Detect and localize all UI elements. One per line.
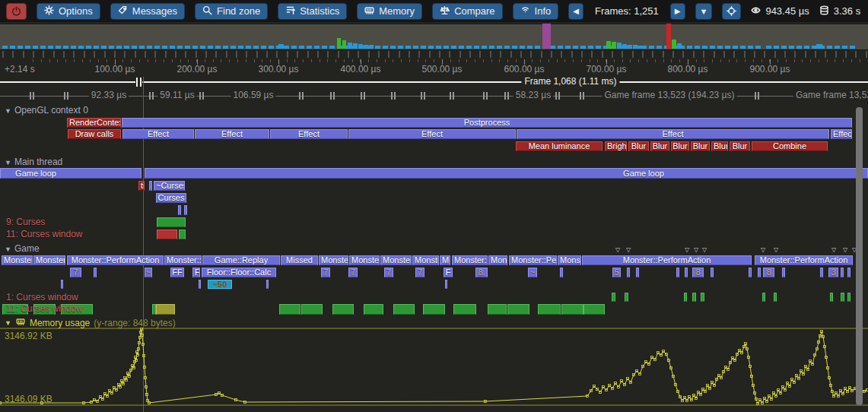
zone[interactable]: Game::Replay [202, 255, 280, 265]
zone[interactable]: Monster::PerformAction [412, 255, 439, 265]
message-mark-icon[interactable]: ▽ [694, 246, 698, 253]
zone[interactable]: Monster::PerformAction [67, 255, 164, 265]
zone[interactable]: F [192, 268, 200, 277]
zone[interactable]: Blur [730, 141, 750, 151]
zone[interactable]: RenderContext [67, 118, 121, 128]
zone[interactable]: ti [138, 181, 145, 191]
zone[interactable]: Game loop [145, 168, 868, 179]
zone[interactable]: Blur [628, 141, 649, 151]
zone-label: Floor::Floor::Calc [207, 268, 271, 277]
zone-label: Monster::PerformAction [72, 256, 160, 265]
zone[interactable]: 7 [321, 268, 330, 277]
zone[interactable] [636, 268, 639, 277]
zone[interactable]: FF [170, 268, 184, 277]
zone[interactable]: 8. [475, 268, 488, 277]
zone[interactable]: ~50 [208, 280, 232, 289]
zone[interactable]: 8 [692, 268, 704, 277]
zone[interactable]: Missed [281, 255, 318, 265]
zone[interactable]: 7 [70, 268, 81, 277]
zone[interactable]: Blur [650, 141, 669, 151]
zone[interactable] [199, 280, 201, 289]
zone[interactable]: Monster::PerformAction [380, 255, 412, 265]
message-mark-icon[interactable]: ▽ [626, 246, 631, 253]
zone[interactable] [820, 268, 823, 277]
collapse-triangle-icon[interactable]: ▼ [5, 319, 11, 327]
zone[interactable]: Game loop [0, 168, 141, 179]
zone[interactable]: Monster::PerformAction [582, 255, 752, 265]
zone[interactable]: 3 [828, 268, 838, 277]
zone[interactable]: Blur [671, 141, 689, 151]
zone[interactable]: Effect [348, 129, 516, 139]
message-mark-icon[interactable]: ▽ [843, 246, 847, 253]
zone[interactable] [711, 268, 714, 277]
zone[interactable] [149, 181, 152, 191]
zone[interactable]: ~ [145, 268, 152, 277]
lock-label: 11: Curses window [6, 303, 83, 314]
zone[interactable] [94, 268, 97, 277]
vertical-scrollbar[interactable] [856, 107, 863, 405]
zone[interactable]: Monster::PerformAction [33, 255, 65, 265]
zone[interactable]: Curses [156, 193, 186, 203]
zone[interactable]: Effect [270, 129, 348, 139]
zone[interactable] [758, 268, 761, 277]
zone[interactable]: Draw calls [68, 129, 121, 139]
zone[interactable]: Effect [831, 129, 852, 139]
message-mark-icon[interactable]: ▽ [685, 246, 689, 253]
zone-label: Curses [158, 194, 185, 202]
zone[interactable] [184, 205, 187, 215]
zone[interactable]: ~Curses [154, 181, 185, 191]
zone[interactable]: Monster::PerformAction [2, 255, 33, 265]
message-mark-icon[interactable]: ▽ [831, 246, 836, 253]
zone[interactable]: 5 [612, 268, 621, 277]
zone[interactable]: Monster::PerformAction [755, 255, 853, 265]
zone[interactable] [847, 268, 851, 277]
zone[interactable]: Monster::PerformAction [509, 255, 557, 265]
zone[interactable]: Monster::PerformAction [488, 255, 507, 265]
zone[interactable]: Bright [605, 141, 627, 151]
zone[interactable] [627, 268, 630, 277]
zone[interactable]: 7 [348, 268, 358, 277]
zone[interactable] [61, 280, 63, 289]
zone[interactable]: Combine [752, 141, 828, 151]
zone[interactable] [178, 205, 181, 215]
zone[interactable]: F [444, 268, 453, 277]
zone-label: Missed [286, 256, 313, 265]
zone[interactable]: 7 [384, 268, 393, 277]
zone-label: Game loop [623, 170, 664, 178]
zone[interactable]: ~ [528, 268, 537, 277]
zone[interactable]: Mean luminance [516, 141, 603, 151]
zone[interactable] [445, 280, 447, 289]
zone[interactable]: Blur [691, 141, 710, 151]
message-mark-icon[interactable]: ▽ [702, 246, 707, 253]
zone[interactable]: Blur [711, 141, 728, 151]
zone-label: Game loop [15, 170, 56, 178]
memory-section-header[interactable]: ▼ Memory usage (y-range: 848 bytes) [5, 317, 176, 328]
zone[interactable]: Monster::PerformAction [319, 255, 348, 265]
zone[interactable] [266, 280, 269, 289]
zone[interactable] [685, 268, 688, 277]
zone[interactable]: Monster::PerformAction [452, 255, 488, 265]
zone[interactable]: Monster::PerformAction [558, 255, 581, 265]
zone[interactable] [560, 268, 563, 277]
zone-label: Monster::PerformAction [321, 256, 348, 265]
message-mark-icon[interactable]: ▽ [761, 246, 765, 253]
zone[interactable]: Effect [517, 129, 829, 139]
zone[interactable]: 8 [763, 268, 774, 277]
zone[interactable]: Postprocess [122, 118, 852, 128]
zone[interactable]: 7 [415, 268, 424, 277]
zone[interactable]: Monster::PerformAction [349, 255, 380, 265]
zone[interactable] [782, 268, 785, 277]
zone[interactable]: Monster::PerformAction [164, 255, 202, 265]
zone[interactable] [749, 268, 752, 277]
message-mark-icon[interactable]: ▽ [615, 246, 620, 253]
zone[interactable]: Effect [122, 129, 194, 139]
zone[interactable] [841, 268, 844, 277]
zone[interactable] [676, 268, 679, 277]
zone[interactable]: Floor::Floor::Calc [202, 268, 276, 277]
zone-label: 7 [73, 268, 78, 277]
zone[interactable]: Effect [195, 129, 269, 139]
zone-label: 8 [766, 268, 771, 277]
zone[interactable]: Monster::PerformAction [440, 255, 450, 265]
zone-label: Monster::PerformAction [454, 256, 488, 265]
message-mark-icon[interactable]: ▽ [774, 246, 778, 253]
